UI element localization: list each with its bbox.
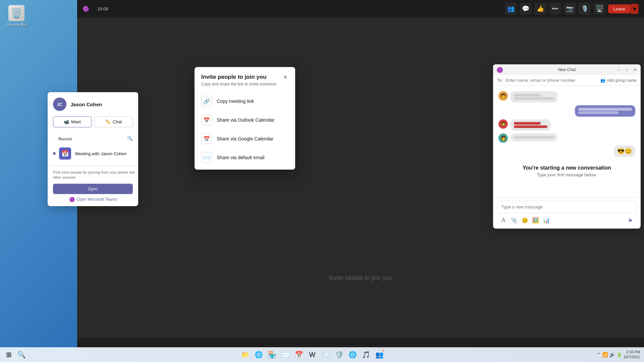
praise-button[interactable]: 📊 bbox=[541, 215, 551, 225]
invite-modal: Invite people to join you Copy and share… bbox=[195, 67, 295, 170]
new-chat-maximize-button[interactable]: □ bbox=[623, 66, 631, 73]
sync-description: Find more people by syncing from your ph… bbox=[53, 170, 133, 180]
chat-messages-preview: 🧑 🧔 bbox=[498, 91, 635, 157]
chat-label: Chat bbox=[113, 119, 122, 124]
add-group-name-button[interactable]: 👥 Add group name bbox=[600, 78, 637, 83]
share-screen-icon[interactable]: 🖥️ bbox=[593, 3, 605, 15]
copy-meeting-link-option[interactable]: 🔗 Copy meeting link bbox=[195, 92, 295, 111]
chat-icon[interactable]: 💬 bbox=[520, 3, 532, 15]
meet-action-button[interactable]: 📹 Meet bbox=[53, 116, 92, 127]
taskbar-word[interactable]: W bbox=[306, 349, 318, 361]
preview-line-2b bbox=[578, 111, 619, 114]
open-teams-label: Open Microsoft Teams bbox=[77, 197, 117, 202]
chat-action-button[interactable]: ✏️ Chat bbox=[94, 116, 133, 127]
recent-section-title: Recent bbox=[53, 134, 77, 143]
recent-meeting-label: Meeting with Jason Cohen bbox=[75, 151, 126, 156]
active-indicator bbox=[53, 152, 56, 155]
meet-label: Meet bbox=[71, 119, 81, 124]
new-conversation-subtitle: Type your first message below. bbox=[537, 172, 597, 177]
open-teams-link[interactable]: 🟣 Open Microsoft Teams bbox=[53, 197, 133, 202]
emoji-button[interactable]: 😊 bbox=[520, 215, 530, 225]
recycle-bin[interactable]: 🗑️ Recycle Bin bbox=[5, 3, 28, 28]
participants-icon[interactable]: 👥 bbox=[505, 3, 517, 15]
recent-meeting-item[interactable]: 📅 Meeting with Jason Cohen bbox=[48, 144, 138, 163]
reactions-icon[interactable]: 👍 bbox=[534, 3, 546, 15]
gif-button[interactable]: 🖼️ bbox=[531, 215, 541, 225]
invite-bg-text: Invite people to join you bbox=[329, 275, 392, 282]
start-menu-button[interactable]: ⊞ bbox=[3, 349, 15, 361]
start-icon: ⊞ bbox=[6, 351, 12, 359]
taskbar-clock[interactable]: 2:16 PM 10/7/2021 bbox=[624, 350, 640, 360]
meeting-icon: 📅 bbox=[59, 147, 71, 160]
send-message-button[interactable]: ➤ bbox=[625, 215, 635, 225]
taskbar-edge[interactable]: 🌐 bbox=[253, 349, 265, 361]
volume-icon[interactable]: 🔊 bbox=[609, 352, 615, 357]
taskbar-spotify[interactable]: 🎵 bbox=[360, 349, 372, 361]
more-options-icon[interactable]: ••• bbox=[549, 3, 561, 15]
preview-line-2a bbox=[578, 108, 632, 111]
share-email-option[interactable]: ✉️ Share via default email bbox=[195, 148, 295, 167]
taskbar-store[interactable]: 🏪 bbox=[266, 349, 278, 361]
new-chat-window-title: New Chat bbox=[558, 67, 576, 72]
taskbar-right-section: ⌃ 📶 🔊 🔋 2:16 PM 10/7/2021 bbox=[597, 350, 644, 360]
to-input[interactable] bbox=[505, 78, 598, 83]
invite-options-list: 🔗 Copy meeting link 📅 Share via Outlook … bbox=[195, 89, 295, 170]
share-google-option[interactable]: 📅 Share via Google Calendar bbox=[195, 129, 295, 148]
emoji-message: 😎😊 bbox=[614, 145, 635, 157]
new-chat-close-button[interactable]: ✕ bbox=[631, 66, 639, 73]
taskbar-file-explorer[interactable]: 📁 bbox=[239, 349, 251, 361]
taskbar-teams[interactable]: 👥 1 bbox=[373, 349, 385, 361]
add-group-label: Add group name bbox=[607, 78, 637, 83]
contact-initials: JC bbox=[57, 102, 63, 107]
leave-button-group[interactable]: Leave ▾ bbox=[608, 4, 639, 14]
recycle-bin-label: Recycle Bin bbox=[7, 22, 26, 26]
sync-button[interactable]: Sync bbox=[53, 184, 133, 194]
to-label: To: bbox=[497, 78, 503, 83]
system-tray: ⌃ 📶 🔊 🔋 bbox=[597, 352, 622, 357]
new-chat-titlebar: 🟣 New Chat ─ □ ✕ bbox=[493, 64, 641, 75]
format-text-button[interactable]: A bbox=[498, 215, 508, 225]
camera-icon[interactable]: 📷 bbox=[564, 3, 576, 15]
preview-line-1b bbox=[514, 97, 554, 100]
chat-preview-area: 🧑 🧔 bbox=[493, 86, 641, 197]
taskbar-calendar-app[interactable]: 📅 bbox=[293, 349, 305, 361]
taskbar-outlook[interactable]: 📨 bbox=[320, 349, 332, 361]
contact-action-buttons: 📹 Meet ✏️ Chat bbox=[48, 116, 138, 133]
taskbar-chrome[interactable]: 🌐 bbox=[346, 349, 359, 361]
copy-link-label: Copy meeting link bbox=[217, 99, 254, 104]
sync-close-button[interactable]: ✕ bbox=[131, 170, 136, 175]
meeting-time: 10:09 bbox=[97, 6, 108, 11]
leave-button[interactable]: Leave bbox=[608, 4, 631, 13]
taskbar-mail[interactable]: ✉️ bbox=[279, 349, 291, 361]
battery-icon[interactable]: 🔋 bbox=[616, 352, 622, 357]
chevron-up-icon[interactable]: ⌃ bbox=[597, 352, 601, 357]
message-input[interactable] bbox=[497, 201, 637, 213]
share-email-label: Share via default email bbox=[217, 155, 264, 160]
share-outlook-option[interactable]: 📅 Share via Outlook Calendar bbox=[195, 111, 295, 129]
group-icon: 👥 bbox=[600, 78, 605, 83]
mic-icon[interactable]: 🎙️ bbox=[579, 3, 591, 15]
taskbar-left-section: ⊞ 🔍 bbox=[0, 349, 28, 361]
video-call-icon: 📹 bbox=[64, 119, 69, 124]
email-icon: ✉️ bbox=[201, 152, 212, 163]
invite-modal-close-button[interactable]: ✕ bbox=[280, 72, 290, 82]
invite-modal-title: Invite people to join you bbox=[201, 74, 288, 80]
leave-dropdown-icon[interactable]: ▾ bbox=[631, 4, 639, 14]
attach-file-button[interactable]: 📎 bbox=[509, 215, 519, 225]
new-chat-minimize-button[interactable]: ─ bbox=[615, 66, 623, 73]
taskbar-security[interactable]: 🛡️ bbox=[333, 349, 345, 361]
taskbar-center-section: 📁 🌐 🏪 ✉️ 📅 W 📨 🛡️ 🌐 🎵 👥 1 bbox=[28, 349, 597, 361]
share-google-label: Share via Google Calendar bbox=[217, 136, 273, 141]
search-taskbar-button[interactable]: 🔍 bbox=[15, 349, 28, 361]
contact-card: JC Jason Cohen 📹 Meet ✏️ Chat Recent 🔍 📅… bbox=[48, 92, 138, 206]
meeting-toolbar: 🟣 10:09 👥 💬 👍 ••• 📷 🎙️ 🖥️ Leave ▾ bbox=[77, 0, 644, 17]
outlook-icon: 📅 bbox=[201, 115, 212, 125]
teams-badge: 1 bbox=[382, 349, 385, 352]
preview-line-3a bbox=[514, 122, 541, 125]
new-chat-teams-logo: 🟣 bbox=[496, 67, 503, 73]
preview-msg-3: 🧔 bbox=[498, 119, 635, 131]
teams-logo-link-icon: 🟣 bbox=[69, 197, 75, 202]
new-chat-window: 🟣 New Chat ─ □ ✕ To: 👥 Add group name 🧑 bbox=[493, 64, 641, 229]
search-contacts-icon[interactable]: 🔍 bbox=[127, 136, 133, 141]
network-icon[interactable]: 📶 bbox=[602, 352, 608, 357]
